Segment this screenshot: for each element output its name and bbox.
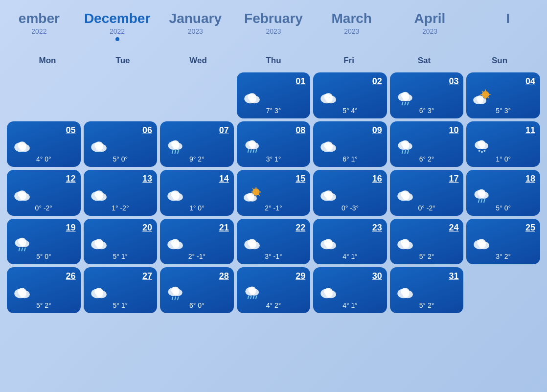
day-cell-07[interactable]: 07 9° 2°	[160, 121, 234, 167]
day-number: 28	[219, 271, 229, 282]
temperature: 3° -1°	[242, 253, 306, 260]
svg-point-37	[248, 140, 255, 147]
day-cell-09[interactable]: 09 6° 1°	[313, 121, 387, 167]
day-cell-26[interactable]: 26 5° 2°	[7, 267, 81, 313]
day-cell-11[interactable]: 11 1° 0°	[466, 121, 540, 167]
day-cell-31[interactable]: 31 5° 2°	[390, 267, 464, 313]
month-nav-item-april[interactable]: April 2023	[391, 9, 469, 37]
svg-point-62	[94, 190, 103, 198]
temperature: 4° 1°	[318, 301, 382, 309]
svg-line-10	[405, 102, 406, 105]
day-number: 15	[296, 174, 305, 184]
day-cell-27[interactable]: 27 5° 1°	[84, 267, 158, 313]
weather-icon-wrap	[89, 138, 153, 154]
svg-point-47	[401, 140, 409, 148]
svg-point-118	[94, 288, 103, 296]
temperature: 5° 2°	[395, 301, 459, 309]
temperature: 0° -3°	[318, 204, 382, 212]
day-cell-05[interactable]: 05 4° 0°	[7, 121, 81, 167]
day-cell-10[interactable]: 10 6° 2°	[390, 121, 464, 167]
weather-icon-wrap	[318, 138, 382, 154]
cell-top: 06	[89, 125, 153, 136]
day-cell-08[interactable]: 08 3° 1°	[237, 121, 311, 167]
cell-top: 28	[165, 271, 229, 282]
svg-line-41	[256, 150, 257, 152]
svg-line-92	[19, 248, 20, 251]
day-cell-25[interactable]: 25 3° 2°	[466, 219, 540, 265]
cell-top: 22	[242, 223, 306, 233]
day-cell-20[interactable]: 20 5° 1°	[84, 219, 158, 265]
cell-top: 13	[89, 174, 153, 184]
day-number: 08	[296, 125, 305, 136]
day-number: 01	[296, 76, 305, 87]
day-cell-13[interactable]: 13 1° -2°	[84, 170, 158, 216]
month-nav-item-march[interactable]: March 2023	[313, 9, 391, 37]
day-header-mon: Mon	[10, 56, 85, 66]
svg-line-130	[253, 296, 254, 299]
day-cell-17[interactable]: 17 0° -2°	[390, 170, 464, 216]
svg-point-25	[18, 141, 26, 149]
month-nav-item-i[interactable]: I	[469, 9, 547, 29]
temperature: 5° 2°	[395, 253, 459, 260]
cell-top: 09	[318, 125, 382, 136]
day-cell-06[interactable]: 06 5° 0°	[84, 121, 158, 167]
day-cell-30[interactable]: 30 4° 1°	[313, 267, 387, 313]
day-cell-28[interactable]: 28 6° 0°	[160, 267, 234, 313]
svg-point-97	[94, 239, 103, 247]
temperature: 4° 1°	[318, 253, 382, 260]
temperature: 3° 2°	[471, 253, 535, 260]
svg-line-11	[408, 102, 409, 105]
day-number: 12	[66, 174, 76, 184]
day-number: 07	[219, 125, 229, 136]
svg-line-34	[178, 151, 179, 154]
weather-icon-wrap	[318, 235, 382, 252]
svg-line-123	[175, 297, 176, 300]
day-cell-22[interactable]: 22 3° -1°	[237, 219, 311, 265]
temperature: 1° 0°	[165, 204, 229, 212]
calendar-grid: 01 7° 3° 02 5° 4° 03	[0, 69, 547, 318]
day-cell-03[interactable]: 03 6° 3°	[390, 72, 464, 118]
day-number: 09	[372, 125, 382, 136]
temperature: 5° 1°	[89, 253, 153, 260]
day-header-sat: Sat	[387, 56, 462, 66]
svg-line-124	[178, 297, 179, 300]
temperature: 5° 0°	[471, 204, 535, 212]
cell-top: 24	[395, 223, 459, 233]
day-cell-21[interactable]: 21 2° -1°	[160, 219, 234, 265]
day-cell-24[interactable]: 24 5° 2°	[390, 219, 464, 265]
cell-top: 21	[165, 223, 229, 233]
day-cell-01[interactable]: 01 7° 3°	[237, 72, 311, 118]
day-cell-18[interactable]: 18 5° 0°	[466, 170, 540, 216]
svg-line-49	[405, 151, 406, 154]
month-nav-item-february[interactable]: February 2023	[234, 9, 313, 37]
day-number: 23	[372, 223, 382, 233]
month-nav-item-ember[interactable]: ember 2022	[0, 9, 78, 37]
day-cell-15[interactable]: 15 2° -1°	[237, 170, 311, 216]
days-of-week-header: MonTueWedThuFriSatSun	[0, 48, 547, 69]
weather-icon-wrap	[12, 186, 76, 203]
cell-top: 29	[242, 271, 306, 282]
day-number: 20	[142, 223, 152, 233]
month-nav-item-december[interactable]: December 2022	[78, 9, 157, 43]
svg-line-50	[408, 151, 409, 154]
day-header-tue: Tue	[85, 56, 160, 66]
month-nav-item-january[interactable]: January 2023	[156, 9, 234, 37]
day-cell-04[interactable]: 04 5° 3°	[466, 72, 540, 118]
month-name: April	[391, 11, 469, 26]
day-number: 13	[142, 174, 152, 184]
day-cell-16[interactable]: 16 0° -3°	[313, 170, 387, 216]
day-cell-29[interactable]: 29 4° 2°	[237, 267, 311, 313]
cell-top: 03	[395, 76, 459, 87]
svg-point-31	[171, 140, 179, 148]
temperature: 6° 0°	[165, 301, 229, 309]
day-cell-23[interactable]: 23 4° 1°	[313, 219, 387, 265]
day-cell-19[interactable]: 19 5° 0°	[7, 219, 81, 265]
weather-icon-wrap	[89, 186, 153, 203]
month-name: March	[313, 11, 391, 26]
day-cell-12[interactable]: 12 0° -2°	[7, 170, 81, 216]
svg-line-88	[484, 199, 485, 202]
cell-top: 30	[318, 271, 382, 282]
svg-point-8	[401, 92, 409, 99]
day-cell-02[interactable]: 02 5° 4°	[313, 72, 387, 118]
day-cell-14[interactable]: 14 1° 0°	[160, 170, 234, 216]
